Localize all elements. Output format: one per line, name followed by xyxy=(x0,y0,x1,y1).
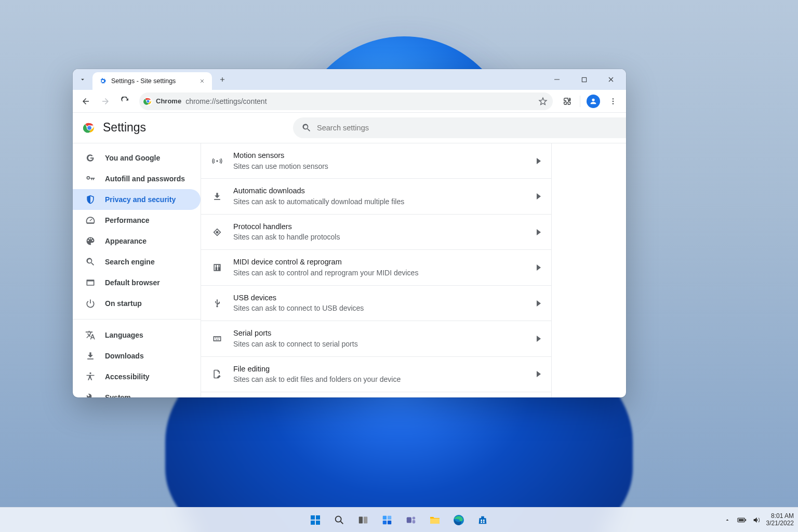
svg-point-4 xyxy=(613,98,614,99)
row-usb[interactable]: USB devicesSites can ask to connect to U… xyxy=(201,285,551,321)
sidebar-item-appearance[interactable]: Appearance xyxy=(73,231,201,251)
battery-icon[interactable] xyxy=(737,515,747,525)
tray-clock[interactable]: 8:01 AM 3/21/2022 xyxy=(766,513,794,527)
svg-rect-31 xyxy=(745,519,746,521)
address-bar[interactable]: Chrome chrome://settings/content xyxy=(139,92,553,110)
tabs-dropdown-button[interactable] xyxy=(76,73,89,86)
forward-button[interactable] xyxy=(97,92,114,110)
permissions-card: Motion sensorsSites can use motion senso… xyxy=(201,143,552,397)
sidebar-item-performance[interactable]: Performance xyxy=(73,210,201,231)
sidebar-scroll[interactable]: You and Google Autofill and passwords Pr… xyxy=(73,143,201,397)
volume-icon[interactable] xyxy=(752,515,761,525)
protocol-icon xyxy=(211,227,223,237)
reload-button[interactable] xyxy=(116,92,134,110)
taskbar-edge[interactable] xyxy=(448,510,469,530)
sidebar-item-you-and-google[interactable]: You and Google xyxy=(73,148,201,168)
gauge-icon xyxy=(85,215,96,225)
file-edit-icon xyxy=(211,369,223,379)
star-icon xyxy=(538,97,548,106)
windows-icon xyxy=(309,514,322,526)
chevron-right-icon xyxy=(537,336,541,342)
svg-rect-16 xyxy=(359,516,363,523)
svg-point-23 xyxy=(413,516,416,520)
row-hid-devices[interactable]: HID devicesAsk when a site wants to acce… xyxy=(201,392,551,397)
browser-tab[interactable]: Settings - Site settings xyxy=(92,72,212,90)
svg-point-2 xyxy=(147,100,150,102)
profile-button[interactable] xyxy=(584,92,602,110)
chrome-menu-button[interactable] xyxy=(604,92,622,110)
taskbar-taskview[interactable] xyxy=(353,510,374,530)
svg-rect-20 xyxy=(383,520,387,524)
chevron-right-icon xyxy=(537,193,541,200)
row-midi[interactable]: MIDI device control & reprogramSites can… xyxy=(201,249,551,285)
search-input[interactable] xyxy=(317,124,626,132)
sidebar-item-search-engine[interactable]: Search engine xyxy=(73,251,201,272)
taskbar-store[interactable] xyxy=(472,510,493,530)
svg-rect-17 xyxy=(364,516,367,523)
sidebar-item-accessibility[interactable]: Accessibility xyxy=(73,366,201,387)
accessibility-icon xyxy=(85,371,96,382)
sidebar-item-languages[interactable]: Languages xyxy=(73,325,201,345)
window-close-button[interactable] xyxy=(599,71,623,88)
row-serial-ports[interactable]: Serial portsSites can ask to connect to … xyxy=(201,321,551,356)
bookmark-button[interactable] xyxy=(538,97,548,106)
extensions-button[interactable] xyxy=(558,92,576,110)
sidebar-item-default-browser[interactable]: Default browser xyxy=(73,272,201,293)
svg-rect-27 xyxy=(483,520,485,521)
reload-icon xyxy=(121,97,130,106)
svg-rect-24 xyxy=(413,520,416,523)
motion-icon xyxy=(211,156,223,166)
svg-point-15 xyxy=(336,516,341,522)
window-minimize-button[interactable] xyxy=(545,71,569,88)
key-icon xyxy=(85,174,96,184)
shield-icon xyxy=(85,194,96,205)
usb-icon xyxy=(211,298,223,309)
content-scroll[interactable]: Motion sensorsSites can use motion senso… xyxy=(201,143,626,397)
tray-chevron-icon[interactable] xyxy=(723,515,732,525)
svg-rect-11 xyxy=(311,515,315,520)
windows-taskbar: 8:01 AM 3/21/2022 xyxy=(0,507,798,532)
sidebar-item-system[interactable]: System xyxy=(73,387,201,397)
taskbar-teams[interactable] xyxy=(401,510,421,530)
google-g-icon xyxy=(85,153,96,163)
system-tray[interactable]: 8:01 AM 3/21/2022 xyxy=(723,513,794,527)
kebab-icon xyxy=(609,97,617,105)
svg-rect-18 xyxy=(383,515,387,519)
edge-icon xyxy=(453,514,465,526)
svg-rect-21 xyxy=(388,520,391,524)
settings-sidebar: You and Google Autofill and passwords Pr… xyxy=(73,143,201,397)
chevron-right-icon xyxy=(537,264,541,271)
taskbar-search[interactable] xyxy=(329,510,350,530)
back-button[interactable] xyxy=(77,92,95,110)
row-file-editing[interactable]: File editingSites can ask to edit files … xyxy=(201,356,551,392)
browser-toolbar: Chrome chrome://settings/content xyxy=(73,90,626,113)
row-protocol-handlers[interactable]: Protocol handlersSites can ask to handle… xyxy=(201,214,551,249)
start-button[interactable] xyxy=(305,510,326,530)
window-maximize-button[interactable] xyxy=(572,71,596,88)
svg-rect-28 xyxy=(481,521,482,523)
svg-rect-29 xyxy=(483,521,485,523)
taskbar-explorer[interactable] xyxy=(424,510,445,530)
chevron-right-icon xyxy=(537,229,541,235)
translate-icon xyxy=(85,330,96,340)
svg-rect-14 xyxy=(316,521,320,525)
tab-title: Settings - Site settings xyxy=(111,77,193,85)
sidebar-item-privacy[interactable]: Privacy and security xyxy=(73,189,201,210)
browser-icon xyxy=(85,277,96,288)
sidebar-item-on-startup[interactable]: On startup xyxy=(73,293,201,314)
taskbar-widgets[interactable] xyxy=(377,510,397,530)
tab-close-button[interactable] xyxy=(197,76,207,86)
store-icon xyxy=(477,514,488,526)
svg-rect-12 xyxy=(316,515,320,520)
settings-search[interactable] xyxy=(293,117,626,138)
row-motion-sensors[interactable]: Motion sensorsSites can use motion senso… xyxy=(201,143,551,178)
page-title: Settings xyxy=(103,121,146,135)
row-automatic-downloads[interactable]: Automatic downloadsSites can ask to auto… xyxy=(201,178,551,214)
search-icon xyxy=(85,257,96,267)
chevron-down-icon xyxy=(79,76,86,83)
sidebar-item-downloads[interactable]: Downloads xyxy=(73,345,201,366)
sidebar-item-autofill[interactable]: Autofill and passwords xyxy=(73,168,201,189)
settings-content: Motion sensorsSites can use motion senso… xyxy=(201,143,626,397)
arrow-left-icon xyxy=(81,97,90,106)
new-tab-button[interactable] xyxy=(215,72,230,87)
